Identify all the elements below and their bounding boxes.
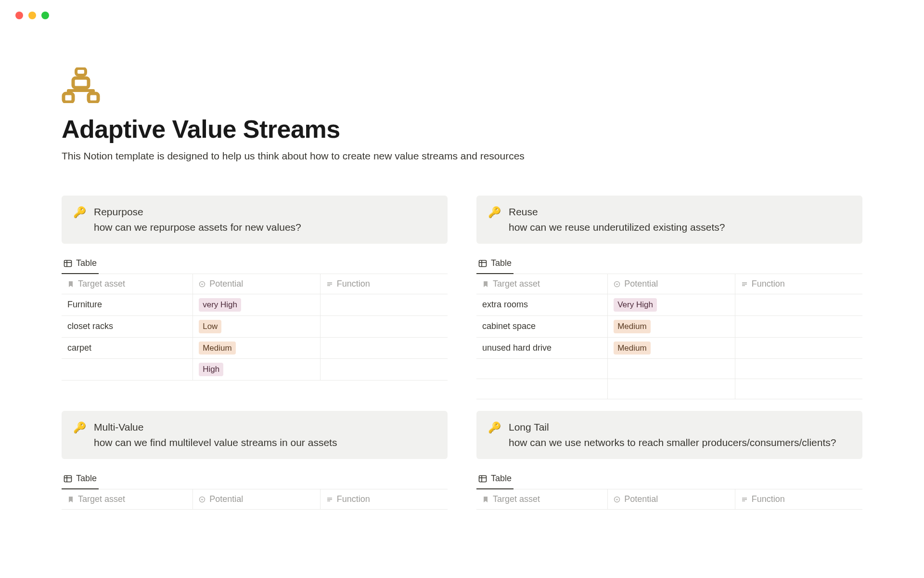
cell-potential[interactable]: Low: [193, 315, 321, 337]
section-repurpose: 🔑 Repurpose how can we repurpose assets …: [62, 196, 448, 399]
callout-question: how can we find multilevel value streams…: [94, 437, 337, 448]
svg-point-12: [200, 281, 205, 287]
section-reuse: 🔑 Reuse how can we reuse underutilized e…: [476, 196, 862, 399]
cell-potential[interactable]: Very High: [608, 294, 735, 316]
table-repurpose: Target asset Potential Function Furnitur…: [62, 274, 448, 381]
table-row[interactable]: High: [62, 359, 448, 381]
window-minimize-button[interactable]: [28, 12, 36, 19]
callout-reuse[interactable]: 🔑 Reuse how can we reuse underutilized e…: [476, 196, 862, 244]
column-header-potential[interactable]: Potential: [608, 274, 735, 294]
cell-target[interactable]: closet racks: [62, 315, 193, 337]
tab-table[interactable]: Table: [476, 470, 513, 489]
callout-question: how can we use networks to reach smaller…: [509, 437, 836, 448]
tab-label: Table: [491, 473, 512, 484]
text-icon: [326, 496, 333, 503]
column-header-potential[interactable]: Potential: [193, 274, 321, 294]
svg-rect-7: [64, 93, 73, 102]
column-header-potential[interactable]: Potential: [608, 489, 735, 510]
svg-point-19: [615, 281, 620, 287]
table-row[interactable]: unused hard driveMedium: [476, 337, 862, 359]
callout-repurpose[interactable]: 🔑 Repurpose how can we repurpose assets …: [62, 196, 448, 244]
bookmark-icon: [67, 281, 74, 288]
select-icon: [614, 496, 620, 503]
cell-function[interactable]: [735, 359, 862, 379]
cell-potential[interactable]: Medium: [608, 337, 735, 359]
callout-question: how can we repurpose assets for new valu…: [94, 222, 301, 233]
svg-rect-23: [64, 475, 72, 482]
tab-label: Table: [76, 258, 97, 268]
view-tabs: Table: [62, 254, 448, 274]
column-header-potential[interactable]: Potential: [193, 489, 321, 510]
window-zoom-button[interactable]: [41, 12, 49, 19]
potential-tag: very High: [199, 298, 241, 312]
column-header-target[interactable]: Target asset: [476, 274, 608, 294]
cell-potential[interactable]: [608, 359, 735, 379]
table-icon: [64, 474, 72, 483]
column-header-target[interactable]: Target asset: [476, 489, 608, 510]
cell-target[interactable]: Furniture: [62, 294, 193, 316]
column-header-function[interactable]: Function: [320, 274, 448, 294]
svg-rect-8: [89, 93, 98, 102]
cell-potential[interactable]: Medium: [608, 315, 735, 337]
window-close-button[interactable]: [15, 12, 23, 19]
cell-function[interactable]: [320, 337, 448, 359]
view-tabs: Table: [62, 470, 448, 489]
cell-target[interactable]: [476, 359, 608, 379]
svg-rect-16: [479, 260, 487, 266]
key-icon: 🔑: [73, 421, 86, 434]
potential-tag: Low: [199, 320, 221, 333]
tab-table[interactable]: Table: [62, 470, 99, 489]
bookmark-icon: [67, 496, 74, 503]
cell-potential[interactable]: Medium: [193, 337, 321, 359]
cell-target[interactable]: carpet: [62, 337, 193, 359]
page-subtitle[interactable]: This Notion template is designed to help…: [62, 150, 862, 162]
cell-function[interactable]: [735, 315, 862, 337]
cell-target[interactable]: [476, 379, 608, 399]
cell-function[interactable]: [735, 379, 862, 399]
cell-potential[interactable]: High: [193, 359, 321, 381]
callout-question: how can we reuse underutilized existing …: [509, 222, 725, 233]
select-icon: [199, 496, 205, 503]
table-row[interactable]: carpetMedium: [62, 337, 448, 359]
column-header-target[interactable]: Target asset: [62, 489, 193, 510]
window-controls: [0, 0, 924, 19]
page-icon[interactable]: [62, 67, 862, 105]
potential-tag: Very High: [614, 298, 657, 312]
svg-rect-0: [76, 68, 86, 75]
column-header-function[interactable]: Function: [735, 489, 862, 510]
text-icon: [741, 281, 748, 288]
potential-tag: High: [199, 363, 223, 376]
cell-target[interactable]: cabinet space: [476, 315, 608, 337]
callout-longtail[interactable]: 🔑 Long Tail how can we use networks to r…: [476, 411, 862, 459]
column-header-function[interactable]: Function: [735, 274, 862, 294]
table-row[interactable]: Furniturevery High: [62, 294, 448, 316]
page-content: Adaptive Value Streams This Notion templ…: [0, 19, 924, 510]
cell-potential[interactable]: very High: [193, 294, 321, 316]
page-title[interactable]: Adaptive Value Streams: [62, 115, 862, 144]
column-header-function[interactable]: Function: [320, 489, 448, 510]
cell-function[interactable]: [735, 337, 862, 359]
bookmark-icon: [482, 281, 489, 288]
callout-multivalue[interactable]: 🔑 Multi-Value how can we find multilevel…: [62, 411, 448, 459]
table-row[interactable]: [476, 359, 862, 379]
cell-function[interactable]: [735, 294, 862, 316]
cell-target[interactable]: extra rooms: [476, 294, 608, 316]
cell-target[interactable]: [62, 359, 193, 381]
callout-title: Multi-Value: [94, 421, 337, 433]
column-header-target[interactable]: Target asset: [62, 274, 193, 294]
potential-tag: Medium: [614, 320, 650, 333]
cell-target[interactable]: unused hard drive: [476, 337, 608, 359]
table-longtail: Target asset Potential Function: [476, 489, 862, 510]
cell-function[interactable]: [320, 359, 448, 381]
table-row[interactable]: cabinet spaceMedium: [476, 315, 862, 337]
cell-potential[interactable]: [608, 379, 735, 399]
table-row[interactable]: closet racksLow: [62, 315, 448, 337]
cell-function[interactable]: [320, 315, 448, 337]
svg-rect-30: [479, 475, 487, 482]
table-row[interactable]: extra roomsVery High: [476, 294, 862, 316]
tab-label: Table: [76, 473, 97, 484]
cell-function[interactable]: [320, 294, 448, 316]
tab-table[interactable]: Table: [476, 254, 513, 274]
tab-table[interactable]: Table: [62, 254, 99, 274]
table-row[interactable]: [476, 379, 862, 399]
